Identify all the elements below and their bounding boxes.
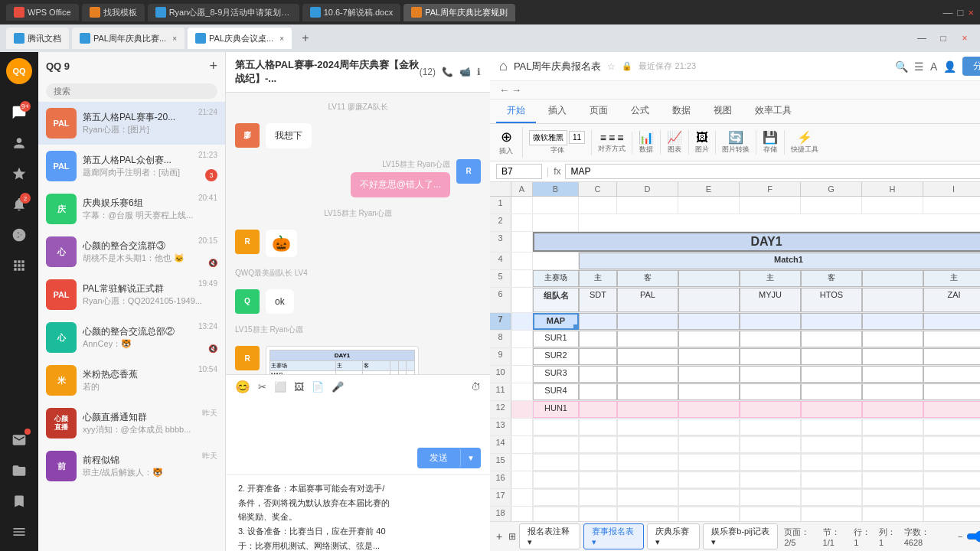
list-item[interactable]: 米 米粉热恋香蕉 若的 10:54 [38,359,225,402]
grid-cell[interactable] [678,471,740,488]
grid-cell[interactable] [740,436,801,453]
grid-cell[interactable] [533,507,579,521]
grid-cell[interactable] [533,436,579,453]
cell-ref-input[interactable] [496,164,542,179]
grid-cell[interactable] [617,197,678,214]
team-sdt[interactable]: SDT [579,288,617,312]
grid-cell[interactable] [862,348,923,365]
grid-cell[interactable] [801,348,862,365]
grid-cell[interactable] [617,401,678,418]
grid-cell[interactable] [511,419,533,435]
new-tab-btn[interactable]: + [295,28,316,49]
qq-user-avatar[interactable]: QQ [6,58,32,84]
col-h-header[interactable]: H [862,182,923,196]
grid-cell[interactable] [740,401,801,418]
grid-cell[interactable] [862,331,923,347]
venue-col3[interactable] [678,270,740,287]
grid-cell[interactable] [579,401,617,418]
sheet-user-icon[interactable]: 👤 [943,60,956,73]
pal-table1-tab[interactable]: PAL周年庆典比赛... × [72,28,185,49]
formula-input[interactable] [565,164,980,179]
qq-notification-icon[interactable]: 2 [6,191,32,217]
grid-cell[interactable] [511,401,533,418]
grid-cell[interactable] [511,383,533,400]
grid-cell[interactable] [740,331,801,347]
tab-page[interactable]: 页面 [579,99,619,123]
team-empty2[interactable] [862,288,923,312]
team-label[interactable]: 组队名 [533,288,579,312]
qq-favorites-icon[interactable] [6,161,32,187]
grid-cell[interactable] [801,471,862,488]
sheet-font-icon[interactable]: A [930,60,937,73]
grid-cell[interactable] [678,197,740,214]
qq-add-contact-btn[interactable]: + [209,58,217,74]
grid-cell[interactable] [511,454,533,471]
grid-cell[interactable] [533,253,579,269]
screenshot-icon[interactable]: ⬜ [274,381,286,393]
grid-cell[interactable] [862,471,923,488]
cell-sur2[interactable]: SUR2 [533,348,579,365]
qq-chat-icon[interactable]: 9+ [6,99,32,126]
team-pal[interactable]: PAL [617,288,678,312]
grid-cell[interactable] [801,383,862,400]
sheet-tab-celebration[interactable]: 庆典乐赛 ▾ [647,523,700,549]
grid-cell[interactable] [740,313,801,330]
grid-cell[interactable] [579,471,617,488]
grid-cell[interactable] [579,454,617,471]
sheet-tab-registration-notes[interactable]: 报名表注释 ▾ [519,523,580,549]
share-button[interactable]: 分享 [962,57,980,76]
sheet-star-icon[interactable]: ☆ [607,61,616,72]
venue-col7[interactable]: 主 [923,270,980,287]
sheet-tab-competition[interactable]: 赛事报名表 ▾ [583,523,644,549]
grid-cell[interactable] [511,270,533,287]
grid-cell[interactable] [801,366,862,383]
list-item[interactable]: 前 前程似锦 班主/战后解族人：🐯 昨天 [38,445,225,487]
qq-bookmark-icon[interactable] [6,488,32,514]
grid-cell[interactable] [862,313,923,330]
grid-cell[interactable] [678,419,740,435]
list-item[interactable]: 心颜直播 心颜直播通知群 xyy消知：@全体成员 bbbb... 昨天 [38,402,225,445]
list-item[interactable]: PAL PAL常驻解说正式群 Ryan心愿：QQ2024105-1949... … [38,273,225,316]
grid-cell[interactable] [617,348,678,365]
grid-cell[interactable] [740,383,801,400]
pal-table1-close[interactable]: × [172,34,177,43]
send-dropdown-btn[interactable]: ▼ [461,450,481,466]
grid-cell[interactable] [923,454,980,471]
sheet-tab-entertainment[interactable]: 娱乐赛b-pij记表 ▾ [703,523,778,549]
list-item[interactable]: PAL 第五人格PAL众创赛... 题廊阿肉手注明者：[动画] 21:23 3 [38,145,225,187]
qq-settings-icon[interactable] [6,519,32,545]
picture-icon[interactable]: 🖼 [696,131,708,145]
grid-cell[interactable] [923,507,980,521]
browser-maximize[interactable]: □ [934,29,952,47]
grid-cell[interactable] [533,489,579,506]
pal-rules-tab[interactable]: PAL周年庆典比赛规则 [403,4,515,21]
grid-cell[interactable] [678,366,740,383]
font-size-select[interactable]: 11 [569,131,585,144]
grid-cell[interactable] [862,401,923,418]
grid-cell[interactable] [511,313,533,330]
venue-col1[interactable]: 主 [579,270,617,287]
cell-resize-handle[interactable] [573,324,578,329]
col-e-header[interactable]: E [678,182,740,196]
grid-cell[interactable] [511,366,533,383]
nav-back-icon[interactable]: ← [499,84,509,96]
grid-cell[interactable] [923,419,980,435]
grid-cell[interactable] [617,489,678,506]
venue-col2[interactable]: 客 [617,270,678,287]
grid-cell[interactable] [862,436,923,453]
sheet-grid[interactable]: A B C D E F G H I J 1 [490,182,980,521]
col-g-header[interactable]: G [801,182,862,196]
tab-view[interactable]: 视图 [703,99,743,123]
data-icon[interactable]: 📊 [639,130,654,145]
tencent-doc-tab[interactable]: 腾讯文档 [6,28,69,49]
grid-cell[interactable] [740,454,801,471]
col-i-header[interactable]: I [923,182,980,196]
col-f-header[interactable]: F [740,182,801,196]
grid-cell[interactable] [801,489,862,506]
info-icon[interactable]: ℹ [477,67,481,77]
grid-cell[interactable] [511,288,533,312]
send-button[interactable]: 发送 [417,448,461,468]
grid-cell[interactable] [533,454,579,471]
zoom-slider[interactable] [966,530,980,543]
grid-cell[interactable] [533,197,579,214]
